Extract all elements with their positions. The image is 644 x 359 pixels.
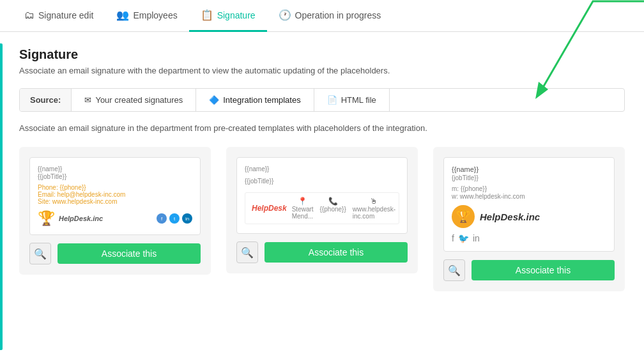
source-bar: Source: ✉ Your created signatures 🔷 Inte…: [19, 88, 625, 112]
zoom-button-3[interactable]: 🔍: [443, 259, 465, 281]
associate-button-1[interactable]: Associate this: [57, 243, 201, 264]
associate-button-3[interactable]: Associate this: [471, 260, 615, 280]
zoom-icon-1: 🔍: [34, 248, 47, 260]
location-icon: 📍: [298, 197, 307, 206]
preview3-badge: 🏆: [452, 205, 475, 228]
template-preview-3: {{name}} {jobTitle}} m: {{phone}} w: www…: [443, 157, 615, 252]
phone-icon: 📞: [328, 197, 338, 206]
source-tab-html-file[interactable]: 📄 HTML file: [314, 89, 390, 111]
tab-employees[interactable]: 👥 Employees: [105, 0, 188, 32]
template-card-3: {{name}} {jobTitle}} m: {{phone}} w: www…: [433, 147, 625, 291]
page-wrapper: 🗂 Signature edit 👥 Employees 📋 Signature…: [0, 0, 644, 359]
tab-operation[interactable]: 🕐 Operation in progress: [267, 0, 393, 32]
preview3-web: w: www.helpdesk-inc.com: [452, 193, 606, 200]
signature-icon: 📋: [201, 9, 213, 21]
template-preview-1: {{name}} {{jobTitle}} Phone: {{phone}} E…: [29, 157, 201, 235]
preview2-web-item: 🖱 www.helpdesk-inc.com: [353, 197, 395, 220]
preview2-location-item: 📍 Stewart Mend...: [292, 197, 314, 220]
preview1-email: Email: help@helpdesk-inc.com: [38, 191, 192, 198]
preview1-job: {{jobTitle}}: [38, 173, 192, 180]
preview2-helpdesk-logo: HelpDesk: [252, 204, 287, 213]
preview2-job: {{jobTitle}}: [245, 178, 273, 185]
associate-button-2[interactable]: Associate this: [264, 242, 408, 263]
employees-icon: 👥: [116, 9, 129, 21]
source-tab-your-signatures[interactable]: ✉ Your created signatures: [72, 89, 196, 111]
tab-signature[interactable]: 📋 Signature: [189, 0, 267, 32]
preview3-linkedin-icon: in: [473, 233, 480, 243]
web-icon: 🖱: [370, 197, 378, 206]
preview2-name: {{name}}: [245, 165, 269, 172]
source-tab-integration-templates[interactable]: 🔷 Integration templates: [196, 89, 314, 111]
card3-actions: 🔍 Associate this: [443, 259, 615, 281]
section-description: Associate an email signature with the de…: [19, 66, 625, 75]
zoom-button-2[interactable]: 🔍: [236, 241, 258, 263]
operation-icon: 🕐: [279, 9, 291, 21]
cyan-left-bar: [0, 43, 3, 350]
section-title: Signature: [19, 47, 625, 62]
template-card-1: {{name}} {{jobTitle}} Phone: {{phone}} E…: [19, 147, 211, 275]
template-card-2: {{name}} {{jobTitle}} HelpDesk 📍 Stewart…: [226, 147, 418, 273]
html-file-icon: 📄: [327, 95, 337, 105]
source-label: Source:: [20, 89, 72, 111]
template-preview-2: {{name}} {{jobTitle}} HelpDesk 📍 Stewart…: [236, 157, 408, 234]
sub-description: Associate an email signature in the depa…: [19, 123, 625, 133]
preview3-facebook-icon: f: [452, 233, 454, 243]
preview3-phone: m: {{phone}}: [452, 185, 606, 192]
card1-actions: 🔍 Associate this: [29, 243, 201, 264]
preview3-helpdesk-text: HelpDesk.inc: [480, 211, 540, 222]
preview3-logo-row: 🏆 HelpDesk.inc: [452, 205, 606, 228]
preview1-badge-icon: 🏆: [38, 210, 55, 227]
facebook-icon: f: [157, 213, 167, 224]
preview2-phone-item: 📞 {{phone}}: [320, 197, 346, 220]
preview3-social-row: f 🐦 in: [452, 233, 606, 243]
preview3-name: {{name}}: [452, 165, 606, 173]
preview2-icons-row: 📍 Stewart Mend... 📞 {{phone}} 🖱 www.help…: [292, 197, 395, 220]
zoom-icon-2: 🔍: [241, 247, 254, 259]
preview1-social: f t in: [157, 213, 192, 224]
preview2-banner: HelpDesk 📍 Stewart Mend... 📞 {{phone}}: [245, 192, 399, 224]
your-signatures-icon: ✉: [84, 95, 91, 105]
preview1-logo: 🏆 HelpDesk.inc: [38, 210, 103, 227]
signature-edit-icon: 🗂: [24, 10, 34, 21]
tab-signature-edit[interactable]: 🗂 Signature edit: [13, 1, 105, 32]
tab-bar: 🗂 Signature edit 👥 Employees 📋 Signature…: [0, 0, 644, 32]
preview3-job: {jobTitle}}: [452, 174, 606, 181]
zoom-button-1[interactable]: 🔍: [29, 243, 51, 264]
zoom-icon-3: 🔍: [448, 264, 461, 277]
preview1-logo-text: HelpDesk.inc: [59, 215, 103, 222]
cards-container: {{name}} {{jobTitle}} Phone: {{phone}} E…: [19, 147, 625, 291]
card2-actions: 🔍 Associate this: [236, 241, 408, 263]
linkedin-icon: in: [182, 213, 192, 224]
integration-templates-icon: 🔷: [209, 95, 219, 105]
twitter-icon: t: [169, 213, 180, 224]
preview1-site: Site: www.helpdesk-inc.com: [38, 198, 192, 205]
main-content: Signature Associate an email signature w…: [0, 32, 644, 307]
preview3-twitter-icon: 🐦: [458, 233, 469, 243]
preview1-name: {{name}}: [38, 165, 192, 172]
preview1-logo-row: 🏆 HelpDesk.inc f t in: [38, 210, 192, 227]
preview1-phone: Phone: {{phone}}: [38, 184, 192, 191]
